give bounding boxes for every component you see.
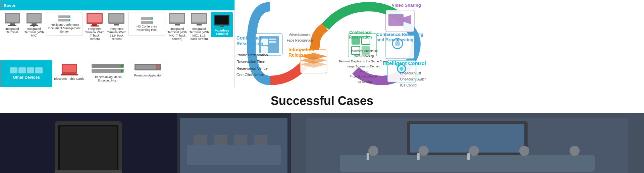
conf-annotation-title: ConferenceReservation [349,30,372,40]
photo-2 [177,113,291,173]
photos-row [0,113,644,173]
device-projection: Projection Applicator [131,62,165,77]
svg-point-22 [151,18,153,19]
other-devices-label: Other Devices [13,75,40,80]
bottom-devices-items: Electronic Table Cards HD Streaming Medi… [52,60,234,87]
photo-3 [291,113,644,173]
bottom-section: Successful Cases [0,87,644,173]
device-label: Electronic Table Cards [54,77,84,80]
svg-point-12 [69,19,70,21]
svg-point-39 [121,70,123,72]
svg-rect-25 [170,14,184,22]
svg-rect-6 [32,23,37,25]
svg-rect-18 [109,14,123,22]
device-integrated-terminal: Integrated Terminal [2,12,22,34]
svg-rect-37 [92,69,124,73]
svg-rect-1 [6,14,19,22]
svg-rect-59 [388,14,404,26]
svg-rect-36 [92,64,124,68]
svg-rect-70 [55,170,122,173]
device-label: Integrated Terminal (With MIC, 7' back s… [167,27,187,41]
svg-rect-26 [175,24,180,25]
device-integrated-mic-116back: Integrated Terminal (With MIC, 11.6' bac… [189,12,209,41]
device-integrated-mic-7back: Integrated Terminal (With MIC, 7' back s… [167,12,187,41]
left-panel: Sever Integrated Terminal [0,0,235,87]
device-electronic-table: Electronic Table Cards [54,62,84,80]
svg-rect-21 [141,21,153,24]
svg-rect-19 [114,24,119,25]
device-label: Integrated Terminal [2,27,22,34]
devices-top-row: Integrated Terminal Integrated Terminal … [0,10,234,60]
svg-rect-9 [58,15,70,18]
info-release-subitems: AdvertisementFace Recognition [287,32,313,43]
conf-res-list: Phone ReservationReservation TimeReserva… [236,52,268,78]
svg-point-8 [33,25,35,27]
svg-rect-14 [88,14,102,22]
other-devices-block: Other Devices [0,60,52,87]
svg-rect-77 [180,118,287,173]
successful-cases-title: Successful Cases [0,94,644,108]
server-label: Sever [4,3,15,8]
info-release-label: InformationReleasse [288,47,314,58]
svg-rect-3 [8,25,16,26]
svg-rect-35 [61,74,78,75]
svg-rect-41 [136,65,156,69]
svg-rect-2 [10,23,15,25]
svg-rect-48 [269,41,276,43]
conf-rec-label: Conference Recordingand Broadcasting [377,32,423,42]
server-label-intelligent: Intelligent Conference Document Manageme… [47,23,82,33]
svg-rect-31 [215,16,228,24]
svg-rect-29 [197,24,202,25]
device-paperless-terminal: Paperless Terminal [211,12,233,37]
device-label: Integrated Terminal (With 11.6' back scr… [107,27,127,41]
svg-point-11 [69,16,70,17]
device-label: Integrated Terminal (With MIC, 11.6' bac… [189,27,209,41]
svg-rect-16 [91,25,99,26]
device-integrated-7back: Integrated Terminal (With 7' back screen… [85,12,105,41]
device-label: HD Streaming Media Encoding Host [88,75,128,82]
svg-point-38 [121,65,123,67]
svg-rect-32 [220,26,224,27]
intelligent-ctrl-list: One-touch LiftOne-touch SwitchIOT Contro… [400,70,429,87]
paperless-terminal-label: Paperless Terminal [213,29,231,36]
device-hd-streaming: HD Streaming Media Encoding Host [88,62,128,82]
device-integrated-116back: Integrated Terminal (With 11.6' back scr… [107,12,127,41]
center-diagram: ConferenceReservation Phone ReservationR… [235,0,443,87]
device-label: Projection Applicator [134,74,162,77]
svg-rect-47 [269,39,276,40]
server-intelligent-conference: Intelligent Conference Document Manageme… [46,12,83,36]
device-label: Integrated Terminal (With MIC) [24,27,44,37]
svg-rect-28 [192,14,206,22]
svg-point-23 [151,22,153,23]
intelligent-ctrl-title: Intelligent Control [383,60,426,68]
photo-1 [0,113,177,173]
svg-rect-5 [28,14,41,22]
devices-bottom-row: Other Devices Electronic Table Cards [0,60,234,87]
svg-rect-10 [58,19,70,21]
video-sharing-label: Video Sharing [392,3,421,8]
device-label: Integrated Terminal (With 7' back screen… [85,27,105,41]
server-hd-recording: HD Conference Recording Host [128,12,165,36]
conf-annotation-list: Document AnnotationWeb BrowsingTerminal … [339,49,389,84]
svg-point-42 [156,65,160,69]
svg-rect-69 [60,126,117,170]
conf-res-title-label: ConferenceReservation [236,35,263,47]
svg-rect-20 [141,17,153,20]
svg-rect-15 [92,24,97,25]
svg-rect-90 [306,118,628,173]
server-label-hd: HD Conference Recording Host [130,25,164,32]
svg-rect-34 [63,65,76,72]
device-integrated-mic: Integrated Terminal (With MIC) [24,12,44,37]
